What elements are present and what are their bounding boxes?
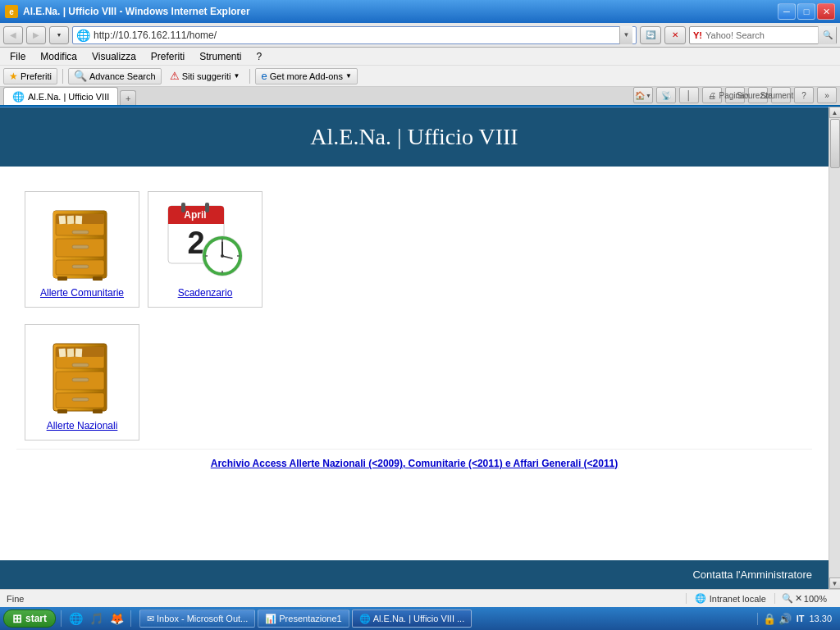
svg-rect-13 bbox=[93, 276, 103, 281]
address-field[interactable]: 🌐 http://10.176.162.111/home/ ▼ bbox=[72, 26, 637, 44]
svg-rect-43 bbox=[93, 409, 103, 413]
webpage: Al.E.Na. | Ufficio VIII bbox=[0, 107, 829, 589]
home-button[interactable]: 🏠 bbox=[633, 87, 653, 103]
scroll-thumb[interactable] bbox=[830, 119, 840, 168]
advance-search-button[interactable]: 🔍 Advance Search bbox=[68, 68, 162, 84]
menu-preferiti[interactable]: Preferiti bbox=[144, 49, 191, 64]
back-button[interactable]: ◀ bbox=[3, 26, 23, 44]
page-header: Al.E.Na. | Ufficio VIII bbox=[0, 107, 829, 167]
allerte-nazionali-cell[interactable]: Allerte Nazionali bbox=[25, 324, 139, 441]
forward-button[interactable]: ▶ bbox=[26, 26, 46, 44]
svg-rect-34 bbox=[59, 348, 66, 357]
allerte-nazionali-label: Allerte Nazionali bbox=[47, 420, 118, 431]
search-input[interactable]: Yahoo! Search bbox=[705, 30, 818, 40]
dropdown-button[interactable]: ▼ bbox=[49, 26, 69, 44]
yahoo-logo: Y! bbox=[690, 30, 705, 40]
svg-rect-18 bbox=[181, 203, 185, 212]
ie-label: Al.E.Na. | Ufficio VIII ... bbox=[373, 614, 464, 623]
page-title: Al.E.Na. | Ufficio VIII bbox=[16, 124, 812, 150]
favorites-label: Preferiti bbox=[21, 71, 52, 81]
taskbar-powerpoint[interactable]: 📊 Presentazione1 bbox=[258, 609, 349, 628]
menu-modifica[interactable]: Modifica bbox=[34, 49, 84, 64]
menu-file[interactable]: File bbox=[3, 49, 32, 64]
ie-quick-btn[interactable]: 🌐 bbox=[66, 609, 84, 628]
zoom-icon: 🔍 bbox=[782, 593, 793, 604]
ppt-label: Presentazione1 bbox=[279, 614, 341, 623]
taskbar-right: 🔒 🔊 IT 13.30 bbox=[757, 613, 837, 625]
status-zoom[interactable]: 🔍 ✕ 100% bbox=[774, 593, 833, 604]
favorites-button[interactable]: ★ Preferiti bbox=[3, 68, 57, 84]
ie-icon: e bbox=[261, 70, 267, 82]
media-quick-btn[interactable]: 🎵 bbox=[87, 609, 105, 628]
taskbar-ie[interactable]: 🌐 Al.E.Na. | Ufficio VIII ... bbox=[352, 609, 472, 628]
network-icon[interactable]: 🔒 bbox=[763, 613, 776, 625]
scroll-down-arrow[interactable]: ▼ bbox=[829, 578, 841, 589]
stop-button[interactable]: ✕ bbox=[664, 26, 686, 44]
start-button[interactable]: ⊞ start bbox=[3, 609, 56, 628]
icons-grid-2: Allerte Nazionali bbox=[16, 316, 812, 449]
status-bar: Fine 🌐 Intranet locale 🔍 ✕ 100% bbox=[0, 589, 840, 607]
archive-link[interactable]: Archivio Access Allerte Nazionali (<2009… bbox=[211, 458, 619, 469]
icons-grid: Allerte Comunitarie bbox=[16, 183, 812, 316]
svg-rect-36 bbox=[75, 348, 83, 356]
advance-search-label: Advance Search bbox=[89, 71, 156, 81]
footer-text: Contatta l'Amministratore bbox=[692, 568, 812, 581]
volume-icon[interactable]: 🔊 bbox=[778, 613, 792, 625]
search-icon-small: 🔍 bbox=[74, 70, 87, 82]
content-area: Al.E.Na. | Ufficio VIII bbox=[0, 107, 840, 589]
addon-button[interactable]: e Get more Add-ons ▼ bbox=[255, 68, 357, 84]
svg-text:April: April bbox=[184, 209, 206, 221]
help-button[interactable]: ? bbox=[794, 87, 814, 103]
favorites-toolbar: ★ Preferiti 🔍 Advance Search ⚠ Siti sugg… bbox=[0, 66, 840, 87]
search-button[interactable]: 🔍 bbox=[818, 26, 836, 44]
scadenzario-icon: April 2 bbox=[164, 200, 246, 282]
svg-rect-9 bbox=[72, 245, 89, 249]
active-tab[interactable]: 🌐 Al.E.Na. | Ufficio VIII bbox=[3, 87, 118, 105]
svg-rect-6 bbox=[75, 215, 83, 223]
close-button[interactable]: ✕ bbox=[817, 3, 835, 20]
outlook-icon: ✉ bbox=[147, 614, 154, 624]
tools-button[interactable]: Strumenti bbox=[771, 87, 791, 103]
page-footer: Contatta l'Amministratore bbox=[0, 560, 829, 589]
menu-help[interactable]: ? bbox=[250, 49, 269, 64]
rss-button[interactable]: 📡 bbox=[656, 87, 676, 103]
svg-rect-39 bbox=[72, 378, 89, 381]
language-indicator[interactable]: IT bbox=[797, 614, 805, 623]
scadenzario-cell[interactable]: April 2 bbox=[148, 191, 262, 308]
cabinet-svg-1 bbox=[49, 203, 115, 281]
zoom-text: ✕ bbox=[795, 593, 802, 604]
menu-strumenti[interactable]: Strumenti bbox=[193, 49, 248, 64]
address-dropdown[interactable]: ▼ bbox=[619, 26, 632, 44]
new-tab-button[interactable]: + bbox=[120, 90, 136, 105]
expand-button[interactable]: » bbox=[817, 87, 837, 103]
calendar-svg: April 2 bbox=[167, 203, 244, 281]
app-icon: e bbox=[5, 5, 18, 18]
zone-icon: 🌐 bbox=[695, 593, 706, 604]
scroll-up-arrow[interactable]: ▲ bbox=[829, 107, 841, 118]
sites-label: Siti suggeriti bbox=[182, 71, 231, 81]
ie-content-wrapper: Al.E.Na. | Ufficio VIII bbox=[0, 107, 829, 589]
window-title: Al.E.Na. | Ufficio VIII - Windows Intern… bbox=[23, 6, 250, 17]
toolbar-separator-2 bbox=[249, 69, 250, 84]
scrollbar[interactable]: ▲ ▼ bbox=[829, 107, 840, 589]
status-text: Fine bbox=[7, 594, 686, 604]
taskbar-outlook[interactable]: ✉ Inbox - Microsoft Out... bbox=[139, 609, 255, 628]
ff-quick-btn[interactable]: 🦊 bbox=[107, 609, 126, 628]
refresh-button[interactable]: 🔄 bbox=[640, 26, 661, 44]
status-zone: 🌐 Intranet locale bbox=[686, 593, 774, 604]
svg-rect-7 bbox=[72, 231, 89, 234]
scadenzario-label: Scadenzario bbox=[178, 287, 233, 299]
maximize-button[interactable]: □ bbox=[797, 3, 815, 20]
allerte-comunitarie-cell[interactable]: Allerte Comunitarie bbox=[25, 191, 139, 308]
archive-link-container: Archivio Access Allerte Nazionali (<2009… bbox=[16, 449, 812, 477]
menu-bar: File Modifica Visualizza Preferiti Strum… bbox=[0, 48, 840, 66]
start-label: start bbox=[25, 613, 47, 624]
tab-icon: 🌐 bbox=[12, 91, 25, 103]
search-box[interactable]: Y! Yahoo! Search 🔍 bbox=[689, 26, 837, 44]
menu-visualizza[interactable]: Visualizza bbox=[85, 49, 143, 64]
sites-dropdown-icon: ▼ bbox=[234, 72, 240, 80]
sites-button[interactable]: ⚠ Siti suggeriti ▼ bbox=[165, 68, 245, 84]
outlook-label: Inbox - Microsoft Out... bbox=[157, 614, 248, 623]
svg-rect-37 bbox=[72, 363, 89, 367]
minimize-button[interactable]: ─ bbox=[778, 3, 796, 20]
